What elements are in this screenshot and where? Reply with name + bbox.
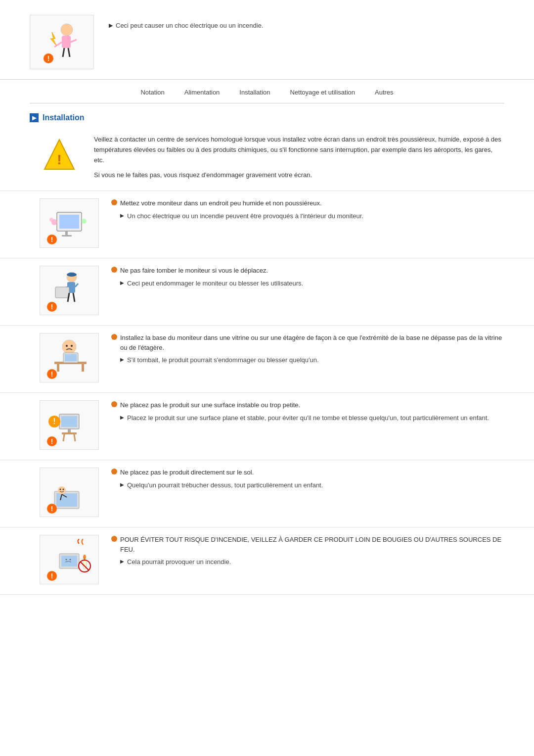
block-3-image: ! — [40, 333, 99, 382]
svg-text:!: ! — [53, 417, 55, 425]
svg-point-0 — [61, 24, 73, 36]
block-4-sub-text: Placez le produit sur une surface plane … — [127, 413, 489, 423]
svg-point-61 — [66, 559, 67, 560]
navigation-tabs: Notation Alimentation Installation Netto… — [30, 80, 504, 103]
top-warning-bullet: ▶ Ceci peut causer un choc électrique ou… — [109, 22, 263, 29]
block-6-main: POUR ÉVITER TOUT RISQUE D'INCENDIE, VEIL… — [111, 535, 504, 554]
block-3-sub: ▶ S'il tombait, le produit pourrait s'en… — [120, 355, 504, 365]
top-warning-section: ! ▶ Ceci peut causer un choc électrique … — [0, 0, 534, 80]
svg-rect-35 — [82, 364, 84, 372]
svg-rect-14 — [62, 235, 72, 236]
top-warning-text-area: ▶ Ceci peut causer un choc électrique ou… — [109, 15, 263, 29]
block-1-main-text: Mettez votre moniteur dans un endroit pe… — [120, 198, 322, 208]
svg-line-5 — [68, 48, 70, 57]
arrow-icon: ▶ — [109, 22, 113, 29]
warning-block-2: ! Ne pas faire tomber le moniteur si vou… — [0, 258, 534, 326]
svg-line-23 — [75, 284, 78, 287]
block-5-main: Ne placez pas le produit directement sur… — [111, 468, 504, 477]
block-5-image: ! — [40, 468, 99, 517]
warning-block-6: ! POUR ÉVITER TOUT RISQUE D'INCENDIE, VE… — [0, 527, 534, 595]
svg-point-16 — [49, 218, 53, 222]
triangle-icon: ▶ — [120, 559, 124, 564]
block-1-sub: ▶ Un choc électrique ou un incendie peuv… — [120, 211, 504, 221]
svg-marker-6 — [50, 32, 56, 46]
block-1-sub-text: Un choc électrique ou un incendie peuven… — [127, 211, 363, 221]
block-6-sub: ▶ Cela pourrait provoquer un incendie. — [120, 557, 504, 567]
svg-point-17 — [82, 219, 87, 224]
top-warning-text: Ceci peut causer un choc électrique ou u… — [116, 22, 263, 29]
installation-notice: ! Veillez à contacter un centre de servi… — [0, 127, 534, 191]
triangle-icon: ▶ — [120, 357, 124, 362]
block-5-content: Ne placez pas le produit directement sur… — [111, 468, 504, 490]
svg-line-4 — [63, 48, 64, 57]
top-warning-image: ! — [30, 15, 94, 69]
svg-text:!: ! — [51, 572, 53, 580]
svg-line-44 — [63, 434, 64, 441]
block-2-content: Ne pas faire tomber le moniteur si vous … — [111, 266, 504, 288]
warning-block-1: ! Mettez votre moniteur dans un endroit … — [0, 191, 534, 258]
orange-dot-icon — [111, 199, 117, 205]
svg-rect-43 — [62, 432, 77, 434]
svg-rect-1 — [62, 36, 71, 48]
orange-dot-icon — [111, 401, 117, 407]
svg-rect-41 — [61, 416, 77, 427]
svg-point-31 — [66, 345, 68, 347]
svg-point-30 — [62, 340, 76, 354]
block-3-sub-text: S'il tombait, le produit pourrait s'endo… — [127, 355, 319, 365]
block-2-image: ! — [40, 266, 99, 315]
triangle-icon: ▶ — [120, 482, 124, 487]
warning-block-4: ! ! Ne placez pas le produit sur une sur… — [0, 393, 534, 460]
block-4-main-text: Ne placez pas le produit sur une surface… — [120, 400, 300, 410]
svg-text:!: ! — [57, 152, 61, 167]
svg-rect-37 — [65, 354, 77, 361]
block-1-content: Mettez votre moniteur dans un endroit pe… — [111, 198, 504, 221]
installation-notice-text: Veillez à contacter un centre de service… — [94, 135, 504, 181]
block-1-main: Mettez votre moniteur dans un endroit pe… — [111, 198, 504, 208]
svg-point-32 — [71, 345, 73, 347]
block-6-sub-text: Cela pourrait provoquer un incendie. — [127, 557, 231, 567]
svg-rect-51 — [56, 493, 77, 507]
svg-rect-34 — [57, 364, 59, 372]
triangle-icon: ▶ — [120, 415, 124, 420]
notice-paragraph-2: Si vous ne le faites pas, vous risquez d… — [94, 170, 504, 181]
orange-dot-icon — [111, 536, 117, 542]
tab-autres[interactable]: Autres — [375, 89, 394, 98]
tab-installation[interactable]: Installation — [239, 89, 270, 98]
tab-alimentation[interactable]: Alimentation — [184, 89, 220, 98]
block-6-content: POUR ÉVITER TOUT RISQUE D'INCENDIE, VEIL… — [111, 535, 504, 567]
svg-line-27 — [73, 293, 75, 302]
svg-point-65 — [83, 555, 86, 560]
block-5-main-text: Ne placez pas le produit directement sur… — [120, 468, 254, 477]
svg-point-62 — [70, 559, 71, 560]
svg-rect-42 — [68, 429, 71, 432]
block-2-sub-text: Ceci peut endommager le moniteur ou bles… — [127, 279, 303, 288]
block-6-main-text: POUR ÉVITER TOUT RISQUE D'INCENDIE, VEIL… — [120, 535, 504, 554]
svg-line-45 — [74, 434, 75, 441]
warning-block-3: ! Installez la base du moniteur dans une… — [0, 326, 534, 393]
triangle-icon: ▶ — [120, 280, 124, 285]
svg-point-25 — [67, 273, 77, 277]
svg-text:!: ! — [51, 370, 53, 378]
orange-dot-icon — [111, 334, 117, 340]
block-3-main-text: Installez la base du moniteur dans une v… — [120, 333, 504, 352]
block-3-main: Installez la base du moniteur dans une v… — [111, 333, 504, 352]
svg-point-56 — [63, 488, 64, 490]
svg-point-52 — [58, 486, 66, 494]
svg-text:!: ! — [51, 236, 53, 243]
block-4-main: Ne placez pas le produit sur une surface… — [111, 400, 504, 410]
section-header: ▶ Installation — [0, 103, 534, 127]
block-4-content: Ne placez pas le produit sur une surface… — [111, 400, 504, 423]
section-title: Installation — [43, 113, 84, 122]
triangle-icon: ▶ — [120, 213, 124, 218]
svg-text:!: ! — [51, 505, 53, 513]
installation-warning-image: ! — [40, 135, 79, 179]
tab-nettoyage[interactable]: Nettoyage et utilisation — [290, 89, 356, 98]
orange-dot-icon — [111, 469, 117, 474]
block-6-image: ! — [40, 535, 99, 584]
block-5-sub-text: Quelqu'un pourrait trébucher dessus, tou… — [127, 480, 323, 490]
tab-notation[interactable]: Notation — [140, 89, 164, 98]
block-5-sub: ▶ Quelqu'un pourrait trébucher dessus, t… — [120, 480, 504, 490]
block-3-content: Installez la base du moniteur dans une v… — [111, 333, 504, 365]
svg-text:!: ! — [51, 303, 53, 311]
notice-paragraph-1: Veillez à contacter un centre de service… — [94, 135, 504, 165]
